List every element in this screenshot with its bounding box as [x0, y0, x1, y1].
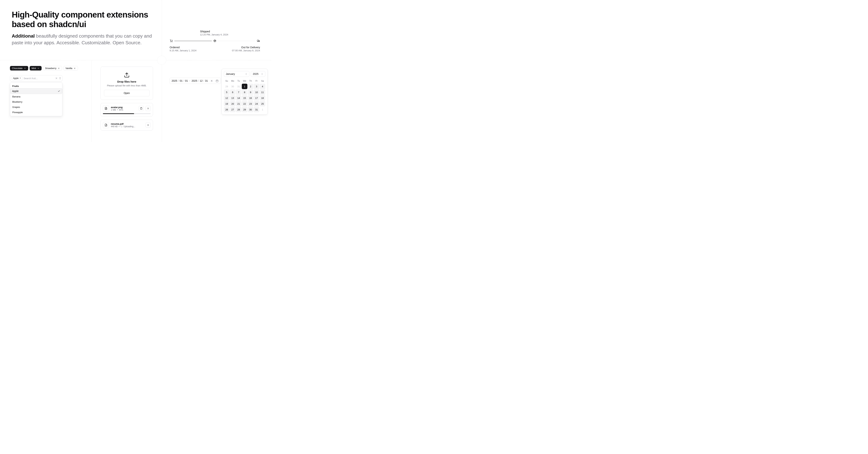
fruit-option-banana[interactable]: Banana: [10, 94, 62, 99]
combo-chip[interactable]: Apple: [11, 76, 23, 80]
close-icon[interactable]: [58, 67, 60, 70]
file-card: PDFresume.pdf440 kB•Uploading...: [100, 120, 153, 130]
close-icon[interactable]: [146, 123, 151, 128]
clear-date-icon[interactable]: [210, 79, 213, 83]
calendar-day[interactable]: 4: [260, 84, 265, 89]
calendar-dow: Sa: [260, 78, 265, 83]
calendar-day[interactable]: 1: [242, 84, 247, 89]
close-icon[interactable]: [73, 67, 76, 70]
dropzone[interactable]: Drop files here Please upload file with …: [100, 66, 153, 100]
close-icon[interactable]: [37, 67, 40, 70]
step-delivery-time: 07:00 AM, January 8, 2024: [231, 49, 260, 52]
svg-rect-3: [216, 80, 218, 82]
fruit-option-apple[interactable]: Apple: [10, 88, 62, 94]
tag-mint[interactable]: Mint: [30, 66, 42, 70]
file-icon: [103, 105, 109, 111]
calendar-day[interactable]: 6: [230, 90, 236, 95]
step-delivery-title: Out for Delivery: [231, 46, 260, 49]
spinner-icon: [121, 125, 123, 127]
calendar-dow: Mo: [230, 78, 236, 83]
calendar-day[interactable]: 8: [242, 90, 247, 95]
calendar-day[interactable]: 25: [260, 101, 265, 106]
calendar-day[interactable]: 13: [230, 95, 236, 101]
calendar-day[interactable]: 21: [236, 101, 241, 106]
hero: High-Quality component extensions based …: [12, 10, 156, 46]
fruit-dropdown: Fruits AppleBananaBlueberryGrapesPineapp…: [10, 83, 62, 116]
file-name: avatar.png: [111, 106, 137, 109]
calendar-day[interactable]: 14: [236, 95, 241, 101]
trash-icon[interactable]: [139, 106, 144, 111]
fruit-option-grapes[interactable]: Grapes: [10, 104, 62, 110]
calendar-day[interactable]: 17: [254, 95, 259, 101]
calendar-day[interactable]: 22: [242, 101, 247, 106]
tag-strawberry[interactable]: Strawberry: [43, 66, 62, 70]
calendar-dow: We: [242, 78, 247, 83]
calendar-day[interactable]: 7: [236, 90, 241, 95]
upload-icon: [124, 72, 130, 78]
close-icon[interactable]: [19, 77, 21, 79]
clear-icon[interactable]: [55, 77, 58, 80]
calendar-dow: Su: [224, 78, 229, 83]
chevron-updown-icon: [261, 73, 263, 75]
calendar-day[interactable]: 12: [224, 95, 229, 101]
calendar-day[interactable]: 16: [248, 95, 253, 101]
fruit-option-pineapple[interactable]: Pineapple: [10, 110, 62, 115]
calendar-day[interactable]: 19: [224, 101, 229, 106]
calendar-day[interactable]: 9: [248, 90, 253, 95]
calendar-day[interactable]: 1: [260, 107, 265, 112]
calendar-day[interactable]: 23: [248, 101, 253, 106]
step-shipped-time: 12:20 PM, January 4, 2024: [200, 33, 260, 36]
calendar-day[interactable]: 30: [248, 107, 253, 112]
month-select[interactable]: January: [224, 71, 249, 77]
file-card: avatar.png1 MB•45%: [100, 103, 153, 117]
package-icon: [213, 39, 216, 42]
calendar-day[interactable]: 26: [224, 107, 229, 112]
open-button[interactable]: Open: [104, 90, 150, 96]
check-icon: [58, 90, 60, 92]
calendar-day[interactable]: 15: [242, 95, 247, 101]
date-range-input[interactable]: 2025/01/01 - 2025/12/31: [169, 78, 221, 84]
calendar-day[interactable]: 3: [254, 84, 259, 89]
calendar-day[interactable]: 18: [260, 95, 265, 101]
fruit-search-input[interactable]: [24, 77, 54, 80]
calendar-day[interactable]: 30: [230, 84, 236, 89]
date-range-zone: 2025/01/01 - 2025/12/31 January 2025 SuM…: [169, 66, 268, 115]
calendar-dow: Tu: [236, 78, 241, 83]
fruit-combobox[interactable]: Apple: [10, 75, 62, 81]
tag-vanilla[interactable]: Vanilla: [63, 66, 78, 70]
calendar-day[interactable]: 31: [254, 107, 259, 112]
calendar-dow: Th: [248, 78, 253, 83]
calendar-day[interactable]: 20: [230, 101, 236, 106]
progress-bar: [103, 113, 151, 114]
file-name: resume.pdf: [111, 123, 144, 125]
shipment-stepper: Shipped 12:20 PM, January 4, 2024 Ordere…: [169, 30, 260, 52]
upload-zone: Drop files here Please upload file with …: [100, 66, 153, 130]
year-select[interactable]: 2025: [251, 71, 265, 77]
dropzone-subtitle: Please upload file with less than 4MB.: [104, 84, 150, 87]
file-icon: PDF: [103, 122, 109, 128]
dropdown-group-label: Fruits: [10, 83, 62, 88]
calendar-day[interactable]: 5: [224, 90, 229, 95]
calendar-icon[interactable]: [216, 79, 219, 83]
step-ordered-title: Ordered: [169, 46, 198, 49]
calendar-day[interactable]: 24: [254, 101, 259, 106]
tag-chocolate[interactable]: Chocolate: [10, 66, 28, 70]
truck-icon: [257, 39, 260, 42]
calendar-day[interactable]: 29: [224, 84, 229, 89]
calendar-day[interactable]: 11: [260, 90, 265, 95]
close-icon[interactable]: [146, 106, 151, 111]
fruit-option-blueberry[interactable]: Blueberry: [10, 99, 62, 104]
close-icon[interactable]: [24, 67, 26, 70]
chevron-updown-icon: [245, 73, 247, 75]
calendar-day[interactable]: 27: [230, 107, 236, 112]
calendar-day[interactable]: 31: [236, 84, 241, 89]
calendar-day[interactable]: 28: [236, 107, 241, 112]
hero-lead: Additional beautifully designed componen…: [12, 33, 156, 46]
chevron-updown-icon[interactable]: [59, 77, 61, 80]
svg-text:PDF: PDF: [105, 125, 107, 126]
dropzone-title: Drop files here: [104, 80, 150, 83]
calendar-day[interactable]: 10: [254, 90, 259, 95]
tag-list: ChocolateMintStrawberryVanilla: [10, 66, 86, 70]
calendar-day[interactable]: 2: [248, 84, 253, 89]
calendar-day[interactable]: 29: [242, 107, 247, 112]
